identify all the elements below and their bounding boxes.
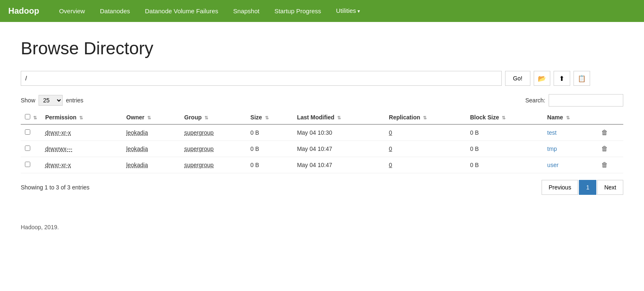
owner-link-2[interactable]: leokadia — [126, 162, 148, 168]
folder-button[interactable]: 📂 — [534, 71, 550, 86]
nav-link-datanodes[interactable]: Datanodes — [92, 0, 138, 22]
th-size[interactable]: Size ⇅ — [246, 111, 293, 124]
name-link-2[interactable]: user — [547, 162, 559, 168]
nav-link-utilities[interactable]: Utilities — [328, 0, 367, 22]
sort-icon-block-size: ⇅ — [502, 115, 505, 120]
row-checkbox-0[interactable] — [25, 129, 30, 135]
sort-icon-checkbox: ⇅ — [33, 115, 37, 120]
th-name[interactable]: Name ⇅ — [543, 111, 597, 124]
cell-last-modified-2: May 04 10:47 — [293, 157, 385, 173]
main-content: Browse Directory Go! 📂 ⬆ 📋 Show 10 25 50… — [0, 22, 644, 211]
th-replication[interactable]: Replication ⇅ — [385, 111, 466, 124]
folder-icon: 📂 — [538, 75, 546, 82]
cell-checkbox-2 — [21, 157, 41, 173]
sort-icon-last-modified: ⇅ — [337, 115, 341, 120]
group-link-2[interactable]: supergroup — [184, 162, 214, 168]
cell-permission-1: drwxrwx--- — [41, 141, 122, 157]
directory-table: ⇅ Permission ⇅ Owner ⇅ Group ⇅ Size ⇅ — [21, 111, 623, 173]
cell-size-1: 0 B — [246, 141, 293, 157]
search-input[interactable] — [549, 94, 623, 107]
name-link-0[interactable]: test — [547, 129, 557, 136]
delete-button-1[interactable]: 🗑 — [601, 145, 608, 153]
show-label: Show — [21, 97, 35, 104]
delete-button-0[interactable]: 🗑 — [601, 129, 608, 136]
nav-item-datanodes[interactable]: Datanodes — [92, 0, 138, 22]
nav-item-datanode-volume-failures[interactable]: Datanode Volume Failures — [138, 0, 226, 22]
table-header: ⇅ Permission ⇅ Owner ⇅ Group ⇅ Size ⇅ — [21, 111, 623, 124]
permission-link-2[interactable]: drwxr-xr-x — [45, 162, 71, 168]
file-icon: 📋 — [578, 75, 586, 82]
nav-item-utilities[interactable]: Utilities — [328, 0, 367, 22]
permission-link-0[interactable]: drwxr-xr-x — [45, 129, 71, 136]
cell-group-0: supergroup — [180, 124, 246, 141]
path-input[interactable] — [21, 71, 502, 86]
th-owner[interactable]: Owner ⇅ — [122, 111, 180, 124]
sort-icon-owner: ⇅ — [147, 115, 151, 120]
sort-icon-name: ⇅ — [566, 115, 570, 120]
sort-icon-permission: ⇅ — [79, 115, 83, 120]
upload-icon: ⬆ — [559, 75, 564, 82]
name-link-1[interactable]: tmp — [547, 146, 557, 152]
nav-item-overview[interactable]: Overview — [51, 0, 92, 22]
navbar-brand[interactable]: Hadoop — [8, 6, 39, 16]
cell-owner-2: leokadia — [122, 157, 180, 173]
next-button[interactable]: Next — [597, 180, 623, 195]
footer: Hadoop, 2019. — [0, 211, 644, 243]
delete-button-2[interactable]: 🗑 — [601, 161, 608, 169]
entries-row: Show 10 25 50 100 entries Search: — [21, 94, 623, 107]
page-1-button[interactable]: 1 — [579, 180, 596, 195]
th-group[interactable]: Group ⇅ — [180, 111, 246, 124]
cell-last-modified-1: May 04 10:47 — [293, 141, 385, 157]
table-row: drwxr-xr-x leokadia supergroup 0 B May 0… — [21, 157, 623, 173]
cell-name-2: user — [543, 157, 597, 173]
nav-item-startup-progress[interactable]: Startup Progress — [267, 0, 329, 22]
entries-select[interactable]: 10 25 50 100 — [39, 95, 63, 106]
permission-link-1[interactable]: drwxrwx--- — [45, 146, 72, 152]
select-all-checkbox[interactable] — [25, 114, 30, 119]
navbar-nav: Overview Datanodes Datanode Volume Failu… — [51, 0, 367, 22]
cell-permission-0: drwxr-xr-x — [41, 124, 122, 141]
th-checkbox: ⇅ — [21, 111, 41, 124]
previous-button[interactable]: Previous — [542, 180, 578, 195]
cell-replication-2: 0 — [385, 157, 466, 173]
replication-link-0[interactable]: 0 — [389, 129, 392, 136]
path-row: Go! 📂 ⬆ 📋 — [21, 71, 623, 86]
nav-link-overview[interactable]: Overview — [51, 0, 92, 22]
row-checkbox-2[interactable] — [25, 162, 30, 167]
replication-link-1[interactable]: 0 — [389, 146, 392, 152]
group-link-0[interactable]: supergroup — [184, 129, 214, 136]
cell-checkbox-0 — [21, 124, 41, 141]
cell-group-1: supergroup — [180, 141, 246, 157]
showing-text: Showing 1 to 3 of 3 entries — [21, 184, 90, 191]
cell-delete-2: 🗑 — [597, 157, 623, 173]
cell-delete-1: 🗑 — [597, 141, 623, 157]
pagination-buttons: Previous 1 Next — [542, 180, 623, 195]
th-last-modified[interactable]: Last Modified ⇅ — [293, 111, 385, 124]
th-permission[interactable]: Permission ⇅ — [41, 111, 122, 124]
table-row: drwxrwx--- leokadia supergroup 0 B May 0… — [21, 141, 623, 157]
cell-delete-0: 🗑 — [597, 124, 623, 141]
cell-block-size-0: 0 B — [466, 124, 543, 141]
nav-link-startup-progress[interactable]: Startup Progress — [267, 0, 329, 22]
th-block-size[interactable]: Block Size ⇅ — [466, 111, 543, 124]
go-button[interactable]: Go! — [505, 71, 530, 86]
owner-link-0[interactable]: leokadia — [126, 129, 148, 136]
owner-link-1[interactable]: leokadia — [126, 146, 148, 152]
cell-checkbox-1 — [21, 141, 41, 157]
nav-link-datanode-volume-failures[interactable]: Datanode Volume Failures — [138, 0, 226, 22]
upload-button[interactable]: ⬆ — [554, 71, 570, 86]
cell-name-0: test — [543, 124, 597, 141]
cell-name-1: tmp — [543, 141, 597, 157]
th-actions — [597, 111, 623, 124]
cell-last-modified-0: May 04 10:30 — [293, 124, 385, 141]
file-button[interactable]: 📋 — [574, 71, 590, 86]
row-checkbox-1[interactable] — [25, 146, 30, 151]
replication-link-2[interactable]: 0 — [389, 162, 392, 168]
nav-link-snapshot[interactable]: Snapshot — [226, 0, 267, 22]
nav-item-snapshot[interactable]: Snapshot — [226, 0, 267, 22]
cell-permission-2: drwxr-xr-x — [41, 157, 122, 173]
group-link-1[interactable]: supergroup — [184, 146, 214, 152]
search-label: Search: — [525, 97, 545, 104]
table-body: drwxr-xr-x leokadia supergroup 0 B May 0… — [21, 124, 623, 173]
cell-size-0: 0 B — [246, 124, 293, 141]
